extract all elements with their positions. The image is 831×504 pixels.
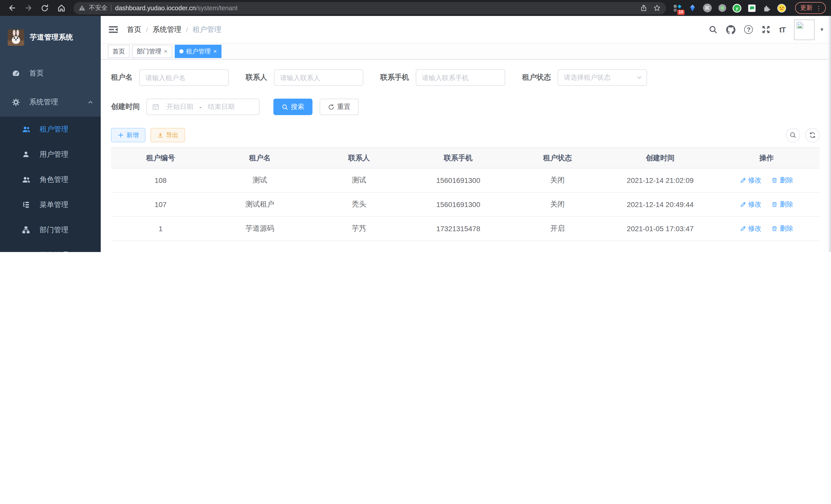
contact-input[interactable] xyxy=(274,69,363,86)
help-icon[interactable]: ? xyxy=(744,25,753,34)
close-icon[interactable]: × xyxy=(213,48,217,55)
kebab-menu-icon[interactable]: ⋮ xyxy=(815,4,822,11)
sidebar-item-menu[interactable]: 菜单管理 xyxy=(0,192,101,217)
edit-button[interactable]: 修改 xyxy=(740,224,762,233)
back-icon[interactable] xyxy=(5,1,19,14)
reset-button[interactable]: 重置 xyxy=(320,99,359,115)
browser-update-button[interactable]: 更新 ⋮ xyxy=(795,2,826,14)
badge-icon xyxy=(22,251,30,252)
sidebar-item-label: 角色管理 xyxy=(39,175,68,184)
col-actions: 操作 xyxy=(713,148,820,168)
url-bar[interactable]: 不安全 dashboard.yudao.iocoder.cn/system/te… xyxy=(74,2,666,14)
sidebar-item-label: 岗位管理 xyxy=(39,250,68,252)
sidebar-item-home[interactable]: 首页 xyxy=(0,59,101,88)
filter-create-time: 创建时间 开始日期 - 结束日期 xyxy=(111,99,260,115)
cell-actions: 修改 删除 xyxy=(713,216,820,241)
export-button[interactable]: 导出 xyxy=(150,128,185,142)
tenant-table: 租户编号 租户名 联系人 联系手机 租户状态 创建时间 操作 108 测试 xyxy=(111,147,820,241)
github-icon[interactable] xyxy=(726,25,736,34)
col-tenant-name: 租户名 xyxy=(210,148,309,168)
refresh-table-button[interactable] xyxy=(805,128,820,142)
breadcrumb-separator: / xyxy=(186,25,188,34)
sidebar-item-post[interactable]: 岗位管理 xyxy=(0,242,101,252)
cell-created: 2021-12-14 21:02:09 xyxy=(607,168,713,192)
share-icon[interactable] xyxy=(640,4,648,12)
sidebar-item-label: 系统管理 xyxy=(29,98,58,107)
field-label: 创建时间 xyxy=(111,102,140,112)
tag-tenant[interactable]: 租户管理 × xyxy=(175,45,222,58)
cell-contact: 芋艿 xyxy=(309,216,408,241)
extensions-bar: 10 ⌘ y xyxy=(673,3,786,12)
field-label: 联系手机 xyxy=(380,73,409,82)
forward-icon[interactable] xyxy=(22,1,35,14)
sidebar-item-label: 首页 xyxy=(29,69,44,78)
cell-tenant-name: 测试租户 xyxy=(210,192,309,216)
close-icon[interactable]: × xyxy=(164,48,168,55)
tenant-name-input[interactable] xyxy=(139,69,229,86)
sidebar-collapse-icon[interactable] xyxy=(109,25,118,34)
status-select[interactable]: 请选择租户状态 xyxy=(557,69,647,86)
tag-label: 首页 xyxy=(113,47,125,56)
font-size-icon[interactable]: tT xyxy=(779,25,785,34)
breadcrumb-home[interactable]: 首页 xyxy=(127,25,141,34)
show-search-toggle-button[interactable] xyxy=(786,128,800,142)
table-row: 107 测试租户 秃头 15601691300 关闭 2021-12-14 20… xyxy=(111,192,820,216)
breadcrumb-system[interactable]: 系统管理 xyxy=(153,25,181,34)
edit-button[interactable]: 修改 xyxy=(740,200,762,209)
sidebar-item-role[interactable]: 角色管理 xyxy=(0,167,101,192)
delete-button[interactable]: 删除 xyxy=(772,200,793,209)
cell-phone: 15601691300 xyxy=(408,168,508,192)
caret-down-icon[interactable]: ▾ xyxy=(821,26,823,33)
tree-icon xyxy=(22,200,30,209)
end-date-placeholder: 结束日期 xyxy=(205,102,238,112)
active-dot xyxy=(179,49,183,53)
phone-input[interactable] xyxy=(416,69,505,86)
fullscreen-icon[interactable] xyxy=(762,25,771,34)
rabbit-logo xyxy=(8,29,24,46)
tag-dept[interactable]: 部门管理 × xyxy=(132,45,172,58)
add-button[interactable]: 新增 xyxy=(111,128,145,142)
navbar-actions: ? tT ▾ xyxy=(709,19,823,40)
delete-button[interactable]: 删除 xyxy=(772,176,793,185)
sidebar: 芋道管理系统 首页 系统管理 租户管理 xyxy=(0,16,101,252)
tag-label: 租户管理 xyxy=(186,47,211,56)
tag-home[interactable]: 首页 xyxy=(108,45,130,58)
extension-puzzle-icon[interactable] xyxy=(762,3,771,12)
extension-y-icon[interactable]: y xyxy=(732,3,742,12)
date-range-picker[interactable]: 开始日期 - 结束日期 xyxy=(146,99,260,115)
scrollbar[interactable] xyxy=(828,16,831,252)
page-content: 租户名 联系人 联系手机 租户状态 请选择租户状态 xyxy=(101,60,831,252)
browser-nav xyxy=(5,1,68,14)
extension-dot-icon[interactable] xyxy=(717,3,727,12)
header-search-icon[interactable] xyxy=(709,25,718,34)
cell-status: 关闭 xyxy=(508,168,607,192)
home-icon[interactable] xyxy=(55,1,68,14)
table-toolbar: 新增 导出 xyxy=(111,128,820,142)
sidebar-item-dept[interactable]: 部门管理 xyxy=(0,217,101,242)
edit-button[interactable]: 修改 xyxy=(740,176,762,185)
extension-chat-icon[interactable] xyxy=(747,3,756,12)
sidebar-item-label: 用户管理 xyxy=(39,150,68,159)
sidebar-item-user[interactable]: 用户管理 xyxy=(0,142,101,167)
system-submenu: 租户管理 用户管理 角色管理 菜单管理 xyxy=(0,117,101,252)
col-created: 创建时间 xyxy=(607,148,713,168)
top-navbar: 首页 / 系统管理 / 租户管理 ? tT ▾ xyxy=(101,16,831,44)
app-logo-row[interactable]: 芋道管理系统 xyxy=(0,16,101,59)
table-header-row: 租户编号 租户名 联系人 联系手机 租户状态 创建时间 操作 xyxy=(111,148,820,168)
extension-gem-icon[interactable] xyxy=(688,3,697,12)
sidebar-item-tenant[interactable]: 租户管理 xyxy=(0,117,101,142)
search-button[interactable]: 搜索 xyxy=(274,99,312,115)
cell-contact: 测试 xyxy=(309,168,408,192)
avatar[interactable] xyxy=(794,19,815,40)
tags-view: 首页 部门管理 × 租户管理 × xyxy=(101,44,831,60)
bookmark-star-icon[interactable] xyxy=(653,4,661,12)
tag-label: 部门管理 xyxy=(137,47,161,56)
delete-button[interactable]: 删除 xyxy=(772,224,793,233)
sidebar-item-system[interactable]: 系统管理 xyxy=(0,88,101,117)
reload-icon[interactable] xyxy=(38,1,51,14)
calendar-icon xyxy=(152,103,159,111)
extension-command-icon[interactable]: ⌘ xyxy=(703,3,712,12)
cell-status: 关闭 xyxy=(508,192,607,216)
extension-emoji-icon[interactable] xyxy=(777,3,786,12)
extension-grid-icon[interactable]: 10 xyxy=(673,3,682,12)
